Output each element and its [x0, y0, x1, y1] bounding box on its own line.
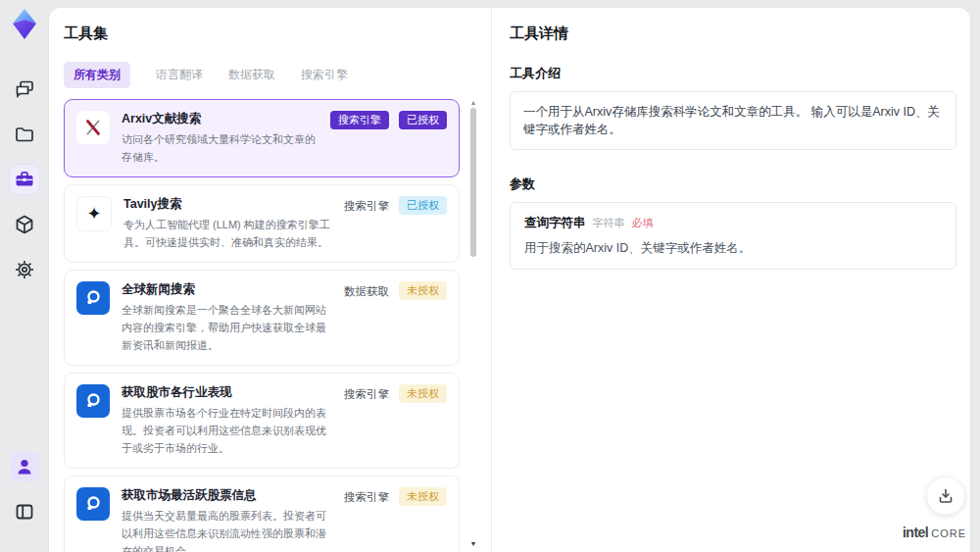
category-badge: 搜索引擎 — [330, 111, 389, 129]
page-title: 工具集 — [64, 25, 481, 43]
param-required-badge: 必填 — [632, 216, 654, 230]
scroll-up-arrow[interactable]: ▲ — [469, 99, 477, 107]
tool-item-stock-sectors[interactable]: 获取股市各行业表现 提供股票市场各个行业在特定时间段内的表现。投资者可以利用这些… — [64, 373, 460, 469]
chat-icon[interactable] — [10, 75, 39, 104]
tool-item-active-stocks[interactable]: 获取市场最活跃股票信息 提供当天交易量最高的股票列表。投资者可以利用这些信息来识… — [64, 476, 460, 552]
main-card: 工具集 所有类别 语言翻译 数据获取 搜索引擎 A — [49, 8, 970, 552]
tool-item-arxiv[interactable]: Arxiv文献搜索 访问各个研究领域大量科学论文和文章的存储库。 搜索引擎 已授… — [64, 99, 460, 177]
tool-description: 访问各个研究领域大量科学论文和文章的存储库。 — [122, 130, 318, 166]
tool-description: 专为人工智能代理 (LLM) 构建的搜索引擎工具。可快速提供实时、准确和真实的结… — [123, 216, 332, 251]
param-card: 查询字符串 字符串 必填 用于搜索的Arxiv ID、关键字或作者姓名。 — [510, 202, 956, 270]
tool-name: 获取市场最活跃股票信息 — [122, 487, 332, 504]
cube-icon[interactable] — [10, 210, 39, 239]
tab-all-categories[interactable]: 所有类别 — [64, 62, 130, 88]
tool-name: Arxiv文献搜索 — [122, 111, 318, 127]
user-icon[interactable] — [10, 452, 39, 481]
panels-icon[interactable] — [10, 497, 39, 527]
detail-title: 工具详情 — [510, 25, 956, 43]
category-label: 搜索引擎 — [344, 384, 389, 402]
app-logo — [9, 8, 40, 41]
list-scrollbar: ▲ ▼ — [469, 99, 477, 552]
category-label: 数据获取 — [344, 281, 389, 299]
globalnews-icon — [76, 487, 110, 521]
auth-status-badge: 已授权 — [399, 111, 447, 129]
tool-name: 获取股市各行业表现 — [122, 384, 332, 401]
category-label: 搜索引擎 — [344, 196, 389, 214]
auth-status-badge: 未授权 — [399, 384, 447, 403]
category-label: 搜索引擎 — [344, 487, 389, 505]
tool-item-global-news[interactable]: 全球新闻搜索 全球新闻搜索是一个聚合全球各大新闻网站内容的搜索引擎，帮助用户快速… — [64, 270, 460, 366]
tavily-icon: ✦ — [76, 196, 112, 231]
category-tabs: 所有类别 语言翻译 数据获取 搜索引擎 — [64, 62, 481, 88]
auth-status-badge: 未授权 — [399, 487, 447, 506]
globalnews-icon — [76, 281, 110, 315]
app-root: 工具集 所有类别 语言翻译 数据获取 搜索引擎 A — [0, 0, 980, 552]
params-heading: 参数 — [510, 176, 956, 193]
globalnews-icon — [76, 384, 110, 418]
toolbox-icon[interactable] — [10, 165, 39, 194]
icon-rail — [0, 0, 49, 552]
scrollbar-thumb[interactable] — [470, 108, 476, 257]
intel-core-logo: intel CORE — [903, 525, 966, 540]
download-icon — [937, 487, 955, 505]
tool-list-panel: 工具集 所有类别 语言翻译 数据获取 搜索引擎 A — [49, 8, 492, 552]
param-description: 用于搜索的Arxiv ID、关键字或作者姓名。 — [524, 240, 942, 257]
scroll-down-arrow[interactable]: ▼ — [469, 540, 477, 548]
tab-language-translation[interactable]: 语言翻译 — [156, 67, 203, 83]
param-type: 字符串 — [593, 216, 625, 230]
auth-status-badge: 已授权 — [399, 196, 447, 215]
tab-search-engine[interactable]: 搜索引擎 — [301, 67, 348, 83]
tool-name: Tavily搜索 — [123, 196, 332, 213]
tool-description: 全球新闻搜索是一个聚合全球各大新闻网站内容的搜索引擎，帮助用户快速获取全球最新资… — [122, 301, 332, 354]
tool-item-tavily[interactable]: ✦ Tavily搜索 专为人工智能代理 (LLM) 构建的搜索引擎工具。可快速提… — [64, 184, 460, 263]
folder-icon[interactable] — [10, 120, 39, 149]
arxiv-icon — [76, 111, 110, 144]
gear-icon[interactable] — [10, 255, 39, 284]
tool-list: Arxiv文献搜索 访问各个研究领域大量科学论文和文章的存储库。 搜索引擎 已授… — [64, 99, 481, 552]
intro-text-box: 一个用于从Arxiv存储库搜索科学论文和文章的工具。 输入可以是Arxiv ID… — [510, 91, 956, 150]
tool-detail-panel: 工具详情 工具介绍 一个用于从Arxiv存储库搜索科学论文和文章的工具。 输入可… — [492, 8, 970, 552]
tool-description: 提供股票市场各个行业在特定时间段内的表现。投资者可以利用这些信息来识别表现优于或… — [122, 404, 332, 457]
tool-name: 全球新闻搜索 — [122, 281, 332, 298]
tab-data-fetch[interactable]: 数据获取 — [228, 67, 275, 83]
intro-heading: 工具介绍 — [510, 65, 956, 82]
download-button[interactable] — [927, 477, 964, 515]
param-name: 查询字符串 — [524, 215, 586, 231]
auth-status-badge: 未授权 — [399, 281, 447, 300]
tool-description: 提供当天交易量最高的股票列表。投资者可以利用这些信息来识别流动性强的股票和潜在的… — [122, 507, 332, 552]
